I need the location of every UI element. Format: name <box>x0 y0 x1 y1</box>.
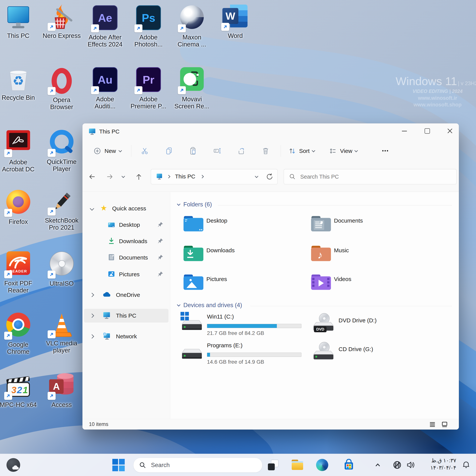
desktop-icon-movavi[interactable]: Movavi Screen Re... <box>173 66 211 110</box>
sidebar-item-downloads[interactable]: Downloads <box>84 234 169 248</box>
notifications-bell-icon[interactable] <box>461 459 471 471</box>
drive-item-programs-e[interactable]: Programs (E:) 14.6 GB free of 14.9 GB <box>181 341 302 369</box>
optical-drive-icon <box>312 341 335 362</box>
widgets-weather-button[interactable] <box>6 457 21 473</box>
desktop-icon-mpc-hc[interactable]: 3 2 1 MPC-HC x64 <box>0 373 37 408</box>
folder-item-desktop[interactable]: Desktop <box>182 214 300 238</box>
desktop-icon-quicktime[interactable]: QuickTime Player <box>43 127 81 172</box>
desktop-icon-maxon-cinema[interactable]: Maxon Cinema ... <box>173 4 211 48</box>
devices-section-header[interactable]: Devices and drives (4) <box>177 302 242 309</box>
start-button[interactable] <box>111 457 126 473</box>
divider <box>83 191 459 192</box>
sidebar-item-pictures[interactable]: Pictures <box>84 267 169 281</box>
rename-button[interactable] <box>213 147 221 156</box>
mpc-hc-icon: 3 2 1 <box>5 373 32 399</box>
minimize-button[interactable] <box>398 126 410 136</box>
desktop-icon-recycle-bin[interactable]: ♻ Recycle Bin <box>0 66 37 101</box>
chevron-down-icon <box>119 149 122 152</box>
back-button[interactable] <box>87 172 97 181</box>
folder-icon-documents <box>310 214 332 233</box>
close-button[interactable] <box>444 126 456 136</box>
cut-button[interactable] <box>140 147 149 156</box>
shortcut-arrow-icon <box>48 271 56 279</box>
refresh-button[interactable] <box>265 172 274 182</box>
taskbar-search[interactable]: Search <box>133 458 262 473</box>
desktop-icon-label: Adobe After Effects 2024 <box>86 34 124 48</box>
pin-icon[interactable] <box>157 238 163 244</box>
folder-item-videos[interactable]: Videos <box>310 272 428 297</box>
chevron-right-icon <box>90 334 94 339</box>
search-input[interactable] <box>300 173 445 180</box>
paste-button[interactable] <box>189 147 197 156</box>
sidebar-item-onedrive[interactable]: OneDrive <box>84 288 169 302</box>
drive-item-cd-g[interactable]: CD Drive (G:) <box>312 341 430 369</box>
sidebar-item-this-pc[interactable]: This PC <box>84 309 169 323</box>
volume-tray-icon[interactable] <box>405 460 416 471</box>
desktop-icon-sketchbook[interactable]: SketchBook Pro 2021 <box>43 188 81 231</box>
desktop-icon-label: VLC media player <box>43 340 81 354</box>
desktop-icon-ultraiso[interactable]: UltraISO <box>43 250 81 287</box>
maximize-button[interactable] <box>421 126 433 136</box>
plus-icon <box>93 147 102 155</box>
sidebar-item-quick-access[interactable]: ★ Quick access <box>84 202 169 216</box>
desktop-icon-audition[interactable]: Au Adobe Auditi... <box>86 66 124 110</box>
folder-item-music[interactable]: ♪ Music <box>310 243 428 268</box>
desktop-icon-opera[interactable]: Opera Browser <box>43 66 81 111</box>
view-button[interactable]: View <box>329 144 357 158</box>
drive-item-win11-c[interactable]: Win11 (C:) 21.7 GB free of 84.2 GB <box>181 312 302 340</box>
tray-chevron-button[interactable] <box>373 460 382 470</box>
share-button[interactable] <box>237 147 245 156</box>
desktop-icon-chrome[interactable]: Google Chrome <box>0 311 37 355</box>
desktop-icon-label: Adobe Acrobat DC <box>0 159 37 173</box>
copy-button[interactable] <box>165 147 173 156</box>
desktop-icon-acrobat[interactable]: Adobe Acrobat DC <box>0 127 37 173</box>
address-bar[interactable]: This PC <box>151 169 278 184</box>
search-box[interactable] <box>284 169 457 184</box>
desktop-icon-foxit[interactable]: READER Foxit PDF Reader <box>0 250 37 294</box>
details-view-button[interactable] <box>429 421 436 429</box>
recent-locations-button[interactable] <box>122 175 124 178</box>
new-button[interactable]: New <box>93 144 121 158</box>
desktop-icon-nero-express[interactable]: Nero Express <box>43 4 81 39</box>
drive-item-dvd-d[interactable]: DVD DVD Drive (D:) <box>312 312 430 340</box>
sort-button[interactable]: Sort <box>288 144 315 158</box>
folders-section-header[interactable]: Folders (6) <box>177 201 212 208</box>
network-tray-icon[interactable] <box>392 460 403 471</box>
more-options-button[interactable] <box>379 145 391 156</box>
edge-button[interactable] <box>315 457 330 473</box>
pin-icon[interactable] <box>157 254 163 261</box>
folder-item-downloads[interactable]: Downloads <box>182 243 300 268</box>
toolbar-divider <box>131 145 131 157</box>
address-dropdown-icon[interactable] <box>255 174 258 178</box>
sidebar-item-desktop[interactable]: Desktop <box>84 218 169 232</box>
microsoft-store-button[interactable] <box>341 457 357 473</box>
task-view-button[interactable] <box>266 457 281 473</box>
pin-icon[interactable] <box>157 222 163 228</box>
desktop-icon-photoshop[interactable]: Ps Adobe Photosh... <box>130 4 168 48</box>
shortcut-arrow-icon <box>48 392 56 400</box>
file-explorer-button[interactable] <box>290 457 305 473</box>
breadcrumb-location[interactable]: This PC <box>175 173 195 180</box>
chevron-down-icon <box>177 303 180 306</box>
folder-item-documents[interactable]: Documents <box>310 214 428 238</box>
desktop-icon-access[interactable]: A Access <box>43 373 81 408</box>
desktop-icon-vlc[interactable]: VLC media player <box>43 311 81 354</box>
hard-drive-icon <box>181 341 203 362</box>
clock[interactable]: ۱۰:۳۷ ق.ظ ۱۴۰۳/۰۴/۰۴ <box>421 457 456 471</box>
up-button[interactable] <box>134 172 143 181</box>
desktop-icon-premiere[interactable]: Pr Adobe Premiere P... <box>130 66 168 110</box>
desktop-icon-label: Recycle Bin <box>0 94 37 101</box>
folder-item-pictures[interactable]: Pictures <box>182 272 300 297</box>
delete-button[interactable] <box>261 147 270 156</box>
large-thumbnails-view-button[interactable] <box>441 421 448 429</box>
shortcut-arrow-icon <box>48 87 56 95</box>
pin-icon[interactable] <box>157 271 163 278</box>
desktop-icon-after-effects[interactable]: Ae Adobe After Effects 2024 <box>86 4 124 48</box>
desktop-icon-word[interactable]: W Word <box>216 4 254 39</box>
forward-button[interactable] <box>105 172 114 181</box>
sidebar-item-documents[interactable]: Documents <box>84 251 169 265</box>
sidebar-item-network[interactable]: Network <box>84 329 169 343</box>
desktop-icon-firefox[interactable]: Firefox <box>0 188 37 225</box>
desktop-icon-this-pc[interactable]: This PC <box>0 4 37 39</box>
section-rule <box>250 306 452 306</box>
